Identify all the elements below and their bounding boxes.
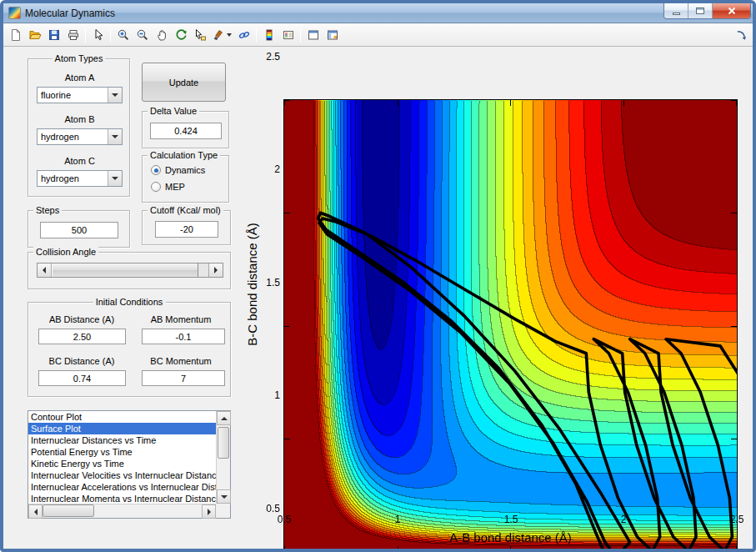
zoom-in-button[interactable] [113, 26, 133, 44]
steps-title: Steps [33, 205, 62, 215]
save-floppy-icon [48, 28, 61, 42]
insert-colorbar-button[interactable] [259, 26, 278, 44]
atom-b-dropdown-button[interactable] [108, 129, 122, 144]
atom-types-title: Atom Types [53, 53, 106, 63]
arrow-right-icon [208, 509, 211, 515]
minimize-button[interactable] [664, 3, 688, 18]
collision-angle-title: Collision Angle [33, 247, 98, 257]
plot-type-listbox: Contour Plot Surface Plot Internuclear D… [28, 410, 231, 519]
maximize-button[interactable] [688, 3, 713, 18]
steps-input[interactable] [40, 222, 118, 238]
atom-a-dropdown-button[interactable] [108, 88, 122, 103]
zoom-out-icon [136, 28, 149, 42]
bc-distance-label: BC Distance (A) [35, 356, 128, 366]
titlebar[interactable]: Molecular Dynamics [3, 3, 753, 23]
list-item[interactable]: Kinetic Energy vs Time [28, 458, 216, 469]
atom-a-label: Atom A [28, 73, 131, 83]
slider-thumb[interactable] [52, 263, 198, 277]
ab-distance-label: AB Distance (A) [35, 314, 128, 324]
ab-momentum-input[interactable] [142, 329, 225, 344]
list-item[interactable]: Potential Energy vs Time [28, 446, 216, 458]
scroll-up-button[interactable] [217, 411, 231, 425]
x-tick-label: 0.5 [270, 514, 298, 525]
arrow-right-icon [214, 267, 218, 273]
window-icon [8, 7, 21, 19]
cutoff-input[interactable] [155, 221, 218, 238]
minimize-icon [673, 13, 680, 15]
close-icon [728, 7, 736, 15]
initial-conditions-title: Initial Conditions [93, 297, 166, 307]
mep-radio-label: MEP [165, 182, 185, 192]
list-item-selected[interactable]: Surface Plot [28, 423, 216, 434]
dock-figure-button[interactable] [733, 27, 749, 43]
slider-right-button[interactable] [208, 263, 223, 277]
scroll-right-button[interactable] [202, 504, 216, 519]
dynamics-radio-label: Dynamics [165, 165, 205, 175]
list-item[interactable]: Internuclear Velocities vs Internuclear … [28, 469, 216, 481]
y-tick-label: 2 [255, 163, 280, 175]
dynamics-radio[interactable]: Dynamics [151, 165, 205, 175]
bc-momentum-label: BC Momentum [137, 356, 225, 366]
brush-data-button[interactable] [209, 26, 234, 44]
y-tick-label: 1.5 [255, 277, 280, 289]
horizontal-scroll-track[interactable] [94, 504, 202, 518]
atom-c-combobox[interactable]: hydrogen [37, 170, 123, 187]
x-axis-label: A-B bond distance (Å) [284, 530, 737, 544]
zoom-out-button[interactable] [133, 26, 152, 44]
atom-a-combobox[interactable]: fluorine [37, 87, 123, 103]
collision-angle-slider[interactable] [37, 263, 223, 278]
list-item[interactable]: Internuclear Distances vs Time [28, 434, 216, 446]
close-button[interactable] [713, 3, 750, 18]
brush-dropdown-icon[interactable] [227, 33, 232, 37]
collision-angle-panel: Collision Angle [28, 252, 231, 289]
pan-button[interactable] [152, 26, 171, 44]
arrow-left-icon [43, 267, 46, 273]
chevron-down-icon [112, 93, 118, 97]
insert-legend-button[interactable] [278, 26, 298, 44]
atom-c-dropdown-button[interactable] [108, 171, 122, 186]
toolbar-separator [85, 28, 86, 43]
toolbar [3, 24, 753, 47]
print-figure-button[interactable] [63, 26, 83, 44]
save-figure-button[interactable] [44, 26, 63, 44]
horizontal-scrollbar[interactable] [28, 504, 216, 518]
slider-track[interactable] [198, 263, 208, 277]
link-plot-button[interactable] [234, 26, 253, 44]
data-cursor-button[interactable] [190, 26, 209, 44]
calculation-type-panel: Calculation Type Dynamics MEP [142, 155, 229, 203]
ab-distance-input[interactable] [38, 329, 126, 344]
open-file-button[interactable] [25, 26, 44, 44]
horizontal-scroll-thumb[interactable] [43, 504, 94, 517]
update-button[interactable]: Update [142, 63, 226, 102]
atom-b-combobox[interactable]: hydrogen [37, 128, 123, 145]
rotate-icon [174, 28, 188, 42]
brush-icon [212, 28, 225, 42]
cursor-arrow-icon [92, 28, 105, 42]
bc-momentum-input[interactable] [142, 370, 225, 386]
rotate-3d-button[interactable] [171, 26, 190, 44]
show-plot-tools-button[interactable] [323, 26, 342, 44]
atom-b-label: Atom B [28, 114, 131, 124]
arrow-up-icon [221, 417, 228, 420]
list-item[interactable]: Contour Plot [28, 411, 216, 423]
contour-canvas[interactable] [284, 100, 737, 552]
new-figure-button[interactable] [6, 26, 25, 44]
slider-left-button[interactable] [38, 263, 52, 277]
bc-distance-input[interactable] [38, 370, 126, 386]
delta-value-input[interactable] [150, 123, 222, 139]
mep-radio[interactable]: MEP [151, 182, 185, 192]
vertical-scroll-thumb[interactable] [218, 427, 229, 459]
open-folder-icon [28, 28, 42, 42]
zoom-in-icon [117, 28, 130, 42]
list-item[interactable]: Internuclear Accelerations vs Internucle… [28, 481, 216, 493]
edit-plot-button[interactable] [88, 26, 108, 44]
scroll-down-button[interactable] [217, 489, 231, 504]
list-item[interactable]: Internuclear Momenta vs Internuclear Dis… [28, 493, 216, 504]
vertical-scrollbar[interactable] [216, 411, 230, 504]
maximize-icon [696, 8, 704, 14]
show-plot-tools-icon [326, 28, 339, 42]
scroll-left-button[interactable] [28, 504, 43, 519]
cutoff-panel: Cutoff (Kcal/ mol) [142, 210, 231, 245]
hide-plot-tools-button[interactable] [303, 26, 323, 44]
steps-panel: Steps [28, 210, 130, 248]
